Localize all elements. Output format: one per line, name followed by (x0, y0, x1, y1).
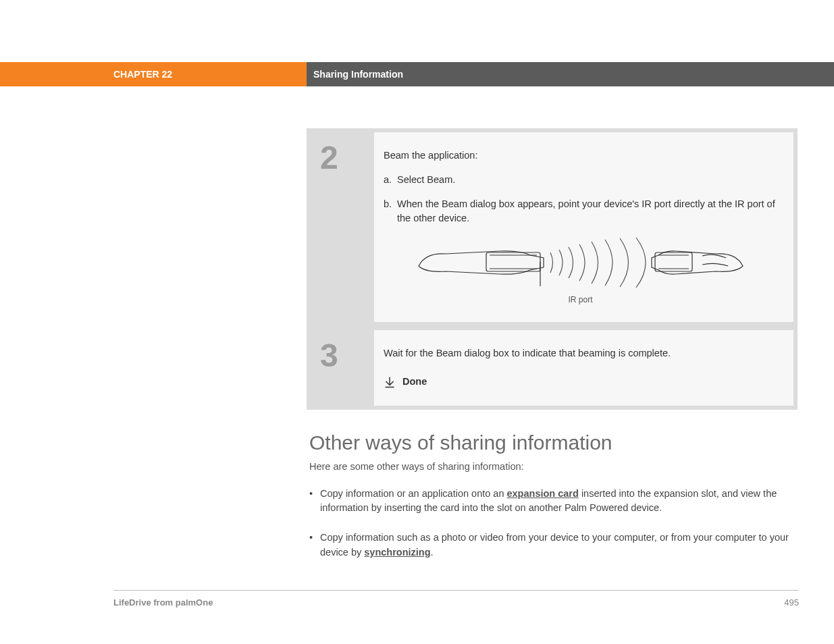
step-3-box: 3 Wait for the Beam dialog box to indica… (307, 326, 798, 410)
sharing-bullets: • Copy information or an application ont… (309, 487, 798, 560)
beam-diagram-svg (412, 232, 750, 293)
done-text: Done (402, 375, 427, 390)
page-number: 495 (784, 597, 799, 608)
step-3-number: 3 (311, 330, 374, 406)
page-header: CHAPTER 22 Sharing Information (0, 62, 834, 86)
ir-port-label: IR port (384, 294, 777, 306)
done-indicator: Done (384, 375, 777, 390)
other-ways-heading: Other ways of sharing information (309, 431, 798, 454)
chapter-label: CHAPTER 22 (113, 69, 172, 80)
step-2a-text: Select Beam. (397, 173, 455, 188)
step-2b: b. When the Beam dialog box appears, poi… (384, 197, 777, 227)
step-2b-text: When the Beam dialog box appears, point … (397, 197, 777, 227)
bullet-synchronizing: • Copy information such as a photo or vi… (309, 531, 798, 560)
beam-illustration (384, 236, 777, 290)
step-2-box: 2 Beam the application: a. Select Beam. … (307, 128, 798, 326)
bullet-1-text: Copy information or an application onto … (320, 487, 798, 516)
step-2a-letter: a. (384, 173, 397, 188)
main-content: 2 Beam the application: a. Select Beam. … (307, 128, 798, 575)
bullet-dot: • (309, 531, 320, 560)
step-2b-letter: b. (384, 197, 397, 227)
step-2a: a. Select Beam. (384, 173, 777, 188)
down-arrow-icon (384, 376, 396, 388)
step-3-text: Wait for the Beam dialog box to indicate… (384, 346, 777, 361)
product-name: LifeDrive from palmOne (113, 597, 213, 608)
bullet-2-text: Copy information such as a photo or vide… (320, 531, 798, 560)
section-title-text: Sharing Information (313, 69, 403, 80)
step-2-intro: Beam the application: (384, 149, 777, 163)
synchronizing-link[interactable]: synchronizing (364, 547, 430, 558)
step-3-content: Wait for the Beam dialog box to indicate… (374, 330, 793, 406)
bullet-dot: • (309, 487, 320, 516)
other-ways-intro: Here are some other ways of sharing info… (309, 461, 798, 472)
section-title-block: Sharing Information (307, 62, 799, 86)
expansion-card-link[interactable]: expansion card (506, 488, 578, 499)
chapter-block: CHAPTER 22 (0, 62, 307, 86)
bullet-expansion-card: • Copy information or an application ont… (309, 487, 798, 516)
page-footer: LifeDrive from palmOne 495 (113, 590, 799, 608)
step-2-number: 2 (311, 132, 374, 322)
header-spacer (799, 62, 834, 86)
step-2-content: Beam the application: a. Select Beam. b.… (374, 132, 793, 322)
